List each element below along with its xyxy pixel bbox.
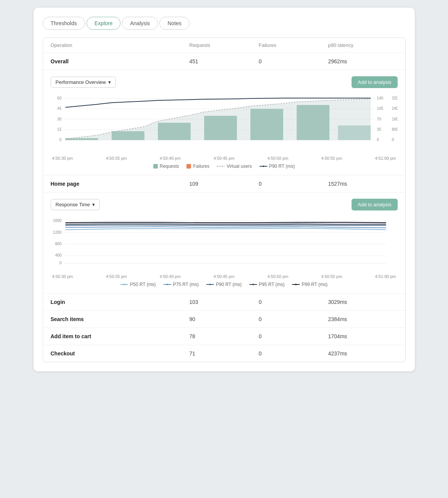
p75-icon	[164, 283, 171, 286]
response-dropdown[interactable]: Response Time ▾	[51, 199, 100, 210]
tab-thresholds[interactable]: Thresholds	[43, 17, 85, 30]
svg-text:1600: 1600	[53, 218, 61, 223]
svg-point-48	[252, 284, 254, 285]
svg-text:15: 15	[57, 127, 62, 132]
svg-text:0: 0	[59, 138, 61, 142]
table-row: Search items 90 0 2384ms	[43, 311, 405, 328]
svg-marker-27	[65, 99, 371, 140]
resp-legend: P50 RT (ms) P75 RT (ms) P90 RT (ms) P95 …	[51, 282, 398, 287]
virtual-users-icon	[217, 164, 225, 168]
svg-text:30: 30	[57, 117, 62, 121]
tab-explore[interactable]: Explore	[87, 17, 120, 30]
main-table-card: Operation Requests Failures p90 latency …	[43, 37, 406, 362]
svg-text:35: 35	[377, 127, 381, 132]
svg-text:1600: 1600	[392, 117, 397, 121]
p99-icon	[292, 283, 300, 286]
op-overall: Overall	[51, 58, 189, 64]
table-header: Operation Requests Failures p90 latency	[43, 38, 405, 53]
svg-text:800: 800	[392, 127, 397, 132]
op-homepage: Home page	[51, 181, 189, 187]
svg-point-46	[209, 284, 211, 285]
chart-controls-perf: Performance Overview ▾ Add to analysis	[51, 76, 398, 88]
legend-p90: P90 RT (ms)	[206, 282, 242, 287]
svg-text:1200: 1200	[53, 230, 61, 234]
fail-checkout: 0	[259, 350, 328, 357]
resp-x-axis: 4:50:30 pm 4:50:35 pm 4:50:40 pm 4:50:45…	[51, 274, 398, 279]
req-homepage: 109	[189, 181, 259, 187]
tab-analysis[interactable]: Analysis	[122, 17, 158, 30]
fail-search: 0	[259, 316, 328, 322]
svg-text:800: 800	[55, 242, 61, 246]
p90-icon	[206, 283, 214, 286]
lat-search: 2384ms	[328, 316, 398, 322]
legend-p50: P50 RT (ms)	[120, 282, 156, 287]
add-to-analysis-resp[interactable]: Add to analysis	[352, 199, 397, 210]
p95-icon	[249, 283, 257, 286]
table-row: Checkout 71 0 4237ms	[43, 345, 405, 362]
chevron-down-icon: ▾	[92, 202, 95, 207]
lat-login: 3029ms	[328, 299, 398, 305]
perf-x-axis: 4:50:30 pm 4:50:35 pm 4:50:40 pm 4:50:45…	[51, 156, 398, 161]
fail-overall: 0	[259, 58, 328, 64]
op-login: Login	[51, 299, 189, 305]
svg-point-44	[167, 284, 168, 285]
performance-chart-area: 60 45 30 15 0 140 105 70 35 0 3200 2400 …	[51, 93, 398, 169]
response-chart-svg: 1600 1200 800 400 0	[51, 215, 398, 273]
svg-text:70: 70	[377, 117, 381, 121]
response-dropdown-label: Response Time	[56, 202, 90, 207]
performance-dropdown[interactable]: Performance Overview ▾	[51, 77, 116, 88]
fail-addcart: 0	[259, 333, 328, 339]
lat-homepage: 1527ms	[328, 181, 398, 187]
performance-chart-section: Performance Overview ▾ Add to analysis 6…	[43, 70, 405, 175]
op-search: Search items	[51, 316, 189, 322]
table-row: Home page 109 0 1527ms	[43, 175, 405, 193]
svg-point-50	[295, 284, 297, 285]
chart-controls-resp: Response Time ▾ Add to analysis	[51, 199, 398, 210]
svg-text:2400: 2400	[392, 106, 397, 111]
req-search: 90	[189, 316, 259, 322]
fail-login: 0	[259, 299, 328, 305]
p50-icon	[120, 283, 128, 286]
fail-homepage: 0	[259, 181, 328, 187]
legend-requests: Requests	[153, 164, 179, 169]
chevron-down-icon: ▾	[108, 79, 111, 85]
svg-text:60: 60	[57, 96, 62, 100]
tab-notes[interactable]: Notes	[159, 17, 189, 30]
svg-text:0: 0	[59, 261, 61, 265]
svg-text:0: 0	[377, 138, 379, 142]
svg-text:0: 0	[392, 138, 394, 142]
col-latency: p90 latency	[328, 42, 398, 48]
legend-p95: P95 RT (ms)	[249, 282, 285, 287]
lat-addcart: 1704ms	[328, 333, 398, 339]
legend-p75: P75 RT (ms)	[164, 282, 199, 287]
op-addcart: Add item to cart	[51, 333, 189, 339]
svg-text:3200: 3200	[392, 96, 397, 100]
table-row: Login 103 0 3029ms	[43, 294, 405, 311]
svg-text:400: 400	[55, 253, 61, 257]
lat-checkout: 4237ms	[328, 350, 398, 357]
req-overall: 451	[189, 58, 259, 64]
col-requests: Requests	[189, 42, 259, 48]
table-row: Overall 451 0 2962ms	[43, 53, 405, 70]
svg-text:105: 105	[377, 106, 383, 111]
performance-dropdown-label: Performance Overview	[56, 79, 106, 85]
legend-p90rt: P90 RT (ms)	[260, 164, 295, 169]
p90rt-icon	[260, 164, 267, 168]
svg-text:45: 45	[57, 106, 62, 111]
col-failures: Failures	[259, 42, 328, 48]
perf-legend: Requests Failures Virtual users	[51, 164, 398, 169]
table-row: Add item to cart 78 0 1704ms	[43, 328, 405, 345]
col-operation: Operation	[51, 42, 189, 48]
req-checkout: 71	[189, 350, 259, 357]
svg-point-42	[124, 284, 125, 285]
svg-text:140: 140	[377, 96, 383, 100]
add-to-analysis-perf[interactable]: Add to analysis	[352, 76, 397, 88]
failures-icon	[186, 164, 191, 169]
req-addcart: 78	[189, 333, 259, 339]
req-login: 103	[189, 299, 259, 305]
op-checkout: Checkout	[51, 350, 189, 357]
legend-virtual-users: Virtual users	[217, 164, 252, 169]
svg-point-30	[263, 165, 264, 167]
legend-failures: Failures	[186, 164, 209, 169]
response-chart-section: Response Time ▾ Add to analysis 1600 120…	[43, 193, 405, 294]
